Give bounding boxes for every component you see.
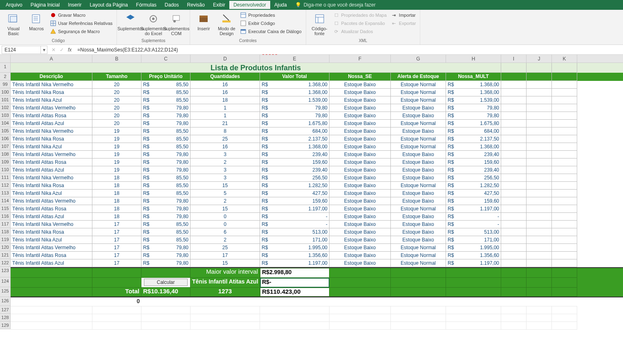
cell-preco-114[interactable]: R$79,80 — [141, 197, 190, 205]
cell-129-11[interactable] — [552, 322, 577, 330]
suplementos-button[interactable]: Suplementos — [120, 11, 141, 38]
cell-111-9[interactable] — [501, 174, 527, 182]
cell-preco-118[interactable]: R$85,50 — [141, 228, 190, 236]
cell-2-9[interactable] — [501, 73, 527, 81]
cell-126-11[interactable] — [552, 297, 577, 306]
cell-112-9[interactable] — [501, 182, 527, 190]
cell-se-120[interactable]: Estoque Baixo — [329, 244, 391, 252]
cell-124-b[interactable] — [92, 278, 141, 288]
cell-se-114[interactable]: Estoque Baixo — [329, 197, 391, 205]
cell-120-10[interactable] — [527, 244, 552, 252]
cell-preco-117[interactable]: R$85,50 — [141, 221, 190, 228]
cell-preco-101[interactable]: R$85,50 — [141, 96, 190, 104]
cell-tam-110[interactable]: 19 — [92, 166, 141, 174]
cell-qtd-122[interactable]: 15 — [190, 259, 260, 267]
cell-se-110[interactable]: Estoque Baixo — [329, 166, 391, 174]
cell-preco-103[interactable]: R$79,80 — [141, 112, 190, 120]
cell-mult-120[interactable]: R$1.995,00 — [446, 244, 501, 252]
cell-128-7[interactable] — [391, 314, 446, 322]
cell-mult-105[interactable]: R$684,00 — [446, 127, 501, 135]
cell-qtd-101[interactable]: 18 — [190, 96, 260, 104]
cell-qtd-109[interactable]: 2 — [190, 159, 260, 166]
cell-mult-102[interactable]: R$79,80 — [446, 104, 501, 112]
cell-desc-122[interactable]: Tênis Infantil Atitas Azul — [11, 259, 92, 267]
cell-tam-122[interactable]: 17 — [92, 259, 141, 267]
cell-126-8[interactable] — [446, 297, 501, 306]
cell-126-7[interactable] — [391, 297, 446, 306]
inserir-controle-button[interactable]: Inserir — [193, 11, 214, 38]
cell-total-104[interactable]: R$1.675,80 — [260, 120, 329, 127]
cell-qtd-118[interactable]: 6 — [190, 228, 260, 236]
cell-107-10[interactable] — [527, 143, 552, 151]
cell-alerta-113[interactable]: Estoque Baixo — [391, 190, 446, 197]
cell-119-9[interactable] — [501, 236, 527, 244]
cell-127-7[interactable] — [391, 306, 446, 314]
cell-total-108[interactable]: R$239,40 — [260, 151, 329, 159]
cell-105-11[interactable] — [552, 127, 577, 135]
cell-127-6[interactable] — [329, 306, 391, 314]
cell-123-b[interactable] — [92, 268, 141, 278]
cell-total-101[interactable]: R$1.539,00 — [260, 96, 329, 104]
cell-total-120[interactable]: R$1.995,00 — [260, 244, 329, 252]
cell-122-11[interactable] — [552, 259, 577, 267]
cell-total-114[interactable]: R$159,60 — [260, 197, 329, 205]
cell-se-103[interactable]: Estoque Baixo — [329, 112, 391, 120]
macros-button[interactable]: Macros — [26, 11, 47, 38]
cell-alerta-114[interactable]: Estoque Baixo — [391, 197, 446, 205]
cell-112-10[interactable] — [527, 182, 552, 190]
col-header-preço-unitário[interactable]: Preço Unitário — [141, 73, 190, 81]
cell-se-112[interactable]: Estoque Baixo — [329, 182, 391, 190]
cell-desc-112[interactable]: Tênis Infantil Nika Rosa — [11, 182, 92, 190]
propriedades-button[interactable]: Propriedades — [239, 11, 302, 19]
cell-127-10[interactable] — [527, 306, 552, 314]
cell-preco-106[interactable]: R$85,50 — [141, 135, 190, 143]
cell-desc-105[interactable]: Tênis Infantil Nika Vermelho — [11, 127, 92, 135]
modo-design-button[interactable]: Modo de Design — [216, 11, 237, 38]
row-header-114[interactable]: 114 — [0, 197, 11, 205]
cell-115-9[interactable] — [501, 205, 527, 213]
cell-se-102[interactable]: Estoque Baixo — [329, 104, 391, 112]
cell-mult-117[interactable]: R$- — [446, 221, 501, 228]
row-header-104[interactable]: 104 — [0, 119, 11, 127]
cell-qtd-115[interactable]: 15 — [190, 205, 260, 213]
cell-101-9[interactable] — [501, 96, 527, 104]
cell-127-11[interactable] — [552, 306, 577, 314]
cell-alerta-109[interactable]: Estoque Baixo — [391, 159, 446, 166]
row-header-119[interactable]: 119 — [0, 236, 11, 243]
cell-tam-106[interactable]: 19 — [92, 135, 141, 143]
cell-124-f[interactable] — [329, 278, 391, 288]
cell-129-5[interactable] — [260, 322, 329, 330]
total-valor[interactable]: R$110.423,00 — [260, 288, 329, 297]
col-header-nossa_se[interactable]: Nossa_SE — [329, 73, 391, 81]
cell-128-9[interactable] — [501, 314, 527, 322]
menu-layout-da-página[interactable]: Layout da Página — [85, 1, 132, 9]
cell-mult-104[interactable]: R$1.675,80 — [446, 120, 501, 127]
cell-mult-118[interactable]: R$513,00 — [446, 228, 501, 236]
cell-124-11[interactable] — [552, 278, 577, 288]
gravar-macro-button[interactable]: Gravar Macro — [49, 11, 113, 19]
cell-desc-111[interactable]: Tênis Infantil Nika Vermelho — [11, 174, 92, 182]
codigo-fonte-button[interactable]: Código-fonte — [309, 11, 330, 38]
cell-tam-118[interactable]: 17 — [92, 228, 141, 236]
cell-128-3[interactable] — [141, 314, 190, 322]
cell-alerta-115[interactable]: Estoque Normal — [391, 205, 446, 213]
cell-mult-114[interactable]: R$159,60 — [446, 197, 501, 205]
tell-me-search[interactable]: 💡Diga-me o que você deseja fazer — [291, 1, 380, 9]
exportar-button[interactable]: ⇤Exportar — [390, 20, 417, 27]
cell-111-10[interactable] — [527, 174, 552, 182]
cell-preco-104[interactable]: R$79,80 — [141, 120, 190, 127]
cells-area[interactable]: Lista de Produtos InfantisDescriçãoTaman… — [11, 63, 623, 330]
cell-2-11[interactable] — [552, 73, 577, 81]
cell-total-118[interactable]: R$513,00 — [260, 228, 329, 236]
cell-mult-99[interactable]: R$1.368,00 — [446, 81, 501, 89]
row-header-108[interactable]: 108 — [0, 150, 11, 158]
col-header-K[interactable]: K — [552, 55, 577, 63]
cell-alerta-104[interactable]: Estoque Normal — [391, 120, 446, 127]
cell-mult-110[interactable]: R$239,40 — [446, 166, 501, 174]
cell-126-9[interactable] — [501, 297, 527, 306]
col-header-D[interactable]: D — [190, 55, 260, 63]
cell-123-g[interactable] — [391, 268, 446, 278]
cell-129-10[interactable] — [527, 322, 552, 330]
cell-127-4[interactable] — [190, 306, 260, 314]
row-header-117[interactable]: 117 — [0, 220, 11, 228]
